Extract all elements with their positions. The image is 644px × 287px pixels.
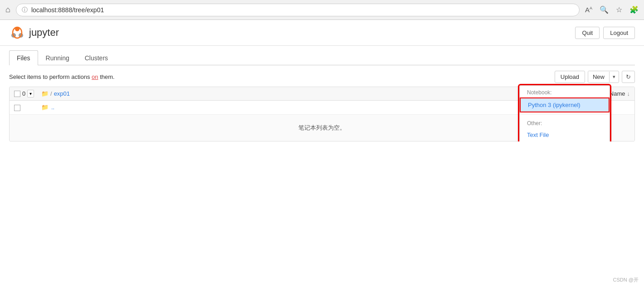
- breadcrumb-folder-link[interactable]: exp01: [54, 90, 70, 97]
- tab-running[interactable]: Running: [38, 50, 77, 65]
- new-dropdown-container: New ▾ Notebook: Python 3 (ipykernel) Oth…: [588, 71, 619, 83]
- quit-button[interactable]: Quit: [575, 27, 600, 39]
- header-check: 0 ▾: [14, 90, 41, 97]
- extensions-icon[interactable]: 🧩: [629, 5, 639, 14]
- browser-bar: ⌂ ⓘ localhost:8888/tree/exp01 AA 🔍 ☆ 🧩: [0, 0, 644, 20]
- row-checkbox: [14, 104, 41, 111]
- url-text: localhost:8888/tree/exp01: [31, 6, 104, 14]
- tab-clusters[interactable]: Clusters: [77, 50, 116, 65]
- new-button[interactable]: New ▾: [588, 71, 619, 83]
- item-count: 0: [22, 90, 25, 97]
- notebook-section-label: Notebook:: [520, 86, 610, 97]
- new-button-label[interactable]: New: [588, 71, 609, 83]
- header-buttons: Quit Logout: [575, 27, 635, 39]
- jupyter-logo-text: jupyter: [29, 27, 59, 39]
- tab-files[interactable]: Files: [9, 50, 38, 65]
- select-on-highlight: on: [92, 73, 98, 80]
- jupyter-logo-icon: [9, 24, 25, 41]
- folder-icon: 📁: [41, 104, 49, 111]
- dropdown-item-textfile[interactable]: Text File: [520, 128, 610, 141]
- address-bar[interactable]: ⓘ localhost:8888/tree/exp01: [16, 4, 580, 16]
- logout-button[interactable]: Logout: [603, 27, 635, 39]
- row-check[interactable]: [14, 105, 20, 111]
- upload-button[interactable]: Upload: [555, 71, 585, 83]
- refresh-button[interactable]: ↻: [622, 71, 635, 83]
- file-link[interactable]: ..: [51, 104, 54, 111]
- home-icon[interactable]: ⌂: [5, 5, 10, 15]
- browser-toolbar: AA 🔍 ☆ 🧩: [585, 5, 639, 14]
- toolbar-right: Upload New ▾ Notebook: Python 3 (ipykern…: [555, 71, 635, 83]
- jupyter-logo: jupyter: [9, 24, 59, 41]
- font-size-icon[interactable]: AA: [585, 6, 592, 14]
- info-icon: ⓘ: [22, 6, 28, 14]
- other-section-label: Other:: [520, 117, 610, 128]
- jupyter-header: jupyter Quit Logout: [0, 20, 644, 46]
- main-content: Files Running Clusters Select items to p…: [0, 46, 644, 141]
- dropdown-divider: [520, 114, 610, 115]
- name-col-label: Name: [610, 90, 625, 97]
- search-icon[interactable]: 🔍: [600, 5, 609, 14]
- select-info: Select items to perform actions on them.: [9, 73, 115, 80]
- name-col-header: Name ↓: [610, 90, 630, 97]
- check-dropdown-arrow[interactable]: ▾: [27, 90, 34, 97]
- dropdown-item-python3[interactable]: Python 3 (ipykernel): [520, 97, 610, 112]
- tabs-bar: Files Running Clusters: [9, 46, 635, 65]
- select-all-checkbox[interactable]: [14, 91, 20, 97]
- bookmark-icon[interactable]: ☆: [616, 5, 622, 14]
- toolbar-area: Select items to perform actions on them.…: [9, 65, 635, 87]
- folder-icon: 📁: [41, 90, 49, 97]
- sort-icon[interactable]: ↓: [627, 90, 630, 97]
- breadcrumb-sep: /: [50, 90, 52, 97]
- new-button-arrow[interactable]: ▾: [609, 72, 619, 82]
- new-dropdown-menu: Notebook: Python 3 (ipykernel) Other: Te…: [519, 85, 610, 141]
